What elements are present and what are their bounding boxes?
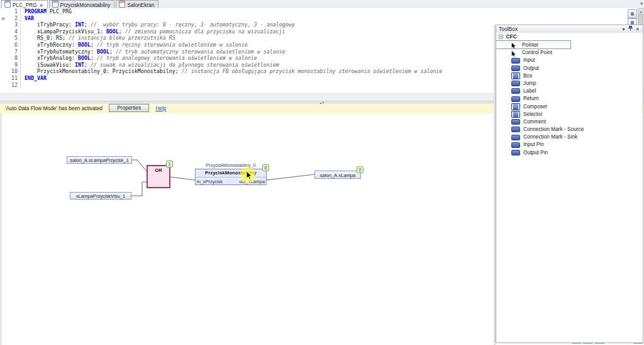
cfc-output-block[interactable]: salon_A.xLampa xyxy=(314,171,361,179)
tab-label: PLC_PRG xyxy=(13,2,37,8)
cfc-comment-icon xyxy=(511,119,520,125)
code-text: RS_0: RS; // instancja bloku przerzutnik… xyxy=(25,35,175,41)
tab-salonekran[interactable]: SalonEkran xyxy=(116,0,158,8)
cfc-connection-mark-sink-icon xyxy=(511,135,520,140)
toolbox-item-control-point[interactable]: Control Point xyxy=(496,48,643,56)
close-tab-icon[interactable]: ✕ xyxy=(40,3,43,8)
line-number: 1 xyxy=(6,8,21,15)
toolbox-item-input[interactable]: Input xyxy=(496,56,643,64)
expand-minus-icon[interactable]: − xyxy=(499,35,503,39)
toolbox-item-label: Connection Mark - Source xyxy=(523,126,584,132)
code-text: xTrybReczny: BOOL; // tryb ręczny sterow… xyxy=(25,42,248,48)
toolbox-item-label: Label xyxy=(523,88,536,94)
cfc-or-block[interactable]: OR xyxy=(147,165,170,188)
line-number: 10 xyxy=(6,68,21,75)
line-number: 8 xyxy=(6,55,21,62)
code-text: PrzyciskMonostabilny_0: PrzyciskMonostab… xyxy=(25,68,442,74)
line-number: 3 xyxy=(6,21,21,28)
cfc-control-point-icon xyxy=(511,51,519,55)
cfc-box-icon xyxy=(511,72,520,79)
document-icon xyxy=(4,1,11,8)
toolbox-item-label: Control Point xyxy=(522,49,552,55)
toolbox-item-label: Input Pin xyxy=(523,141,544,147)
tab-label: PrzyciskMonostabilny xyxy=(60,2,111,8)
scroll-up-icon[interactable]: ▲ xyxy=(638,8,643,13)
line-number: 2 xyxy=(6,15,21,22)
toolbox-item-pointer[interactable]: Pointer xyxy=(496,41,570,48)
code-text: iSuwakVisu: INT; // suwak na wizualziacj… xyxy=(25,62,279,68)
cfc-input-block-2[interactable]: xLampaPrzyciskVisu_1 xyxy=(70,192,131,200)
toolbox-item-comment[interactable]: Comment xyxy=(496,118,643,125)
code-text: iTrybPracy: INT; // wybór trybu pracy: 0… xyxy=(25,21,295,28)
toolbox-item-box[interactable]: Box xyxy=(496,72,643,79)
cfc-output-icon xyxy=(511,65,520,71)
tab-przyciskmonostabilny[interactable]: PrzyciskMonostabilny xyxy=(49,0,115,8)
toolbox-panel: ToolBox ▾ ✕ − CFC PointerControl PointIn… xyxy=(496,25,643,343)
line-number: 7 xyxy=(6,48,21,55)
mouse-cursor-icon xyxy=(246,171,253,181)
toolbox-item-jump[interactable]: Jump xyxy=(496,79,643,87)
toolbox-item-output-pin[interactable]: Output Pin xyxy=(496,149,643,156)
notification-text: 'Auto Data Flow Mode' has been activated xyxy=(5,105,103,111)
toolbox-item-return[interactable]: Return xyxy=(496,94,643,102)
toolbox-item-output[interactable]: Output xyxy=(496,64,643,72)
line-number: 4 xyxy=(6,28,21,35)
document-icon xyxy=(119,1,125,8)
toolbox-item-selector[interactable]: Selector xyxy=(496,110,643,118)
code-text: xTrybAutomatyczny: BOOL; // tryb automat… xyxy=(25,48,286,55)
toolbox-item-composer[interactable]: Composer xyxy=(496,103,643,110)
cfc-connection-lines xyxy=(1,113,398,320)
toolbox-item-label: Jump xyxy=(523,80,536,86)
execution-order-badge-or: 1 xyxy=(166,161,173,167)
line-number: 9 xyxy=(6,62,21,69)
cfc-fb-instance-label: PrzyciskMonostabilny_0 xyxy=(195,162,267,168)
toolbox-item-label: Composer xyxy=(523,103,547,110)
code-text: xTrybAnalog: BOOL; // tryb analogowy ste… xyxy=(25,55,257,61)
toolbox-item-connection-mark-sink[interactable]: Connection Mark - Sink xyxy=(496,133,643,140)
cfc-input-block-1[interactable]: salon_A.xLampaPrzycisk_1 xyxy=(67,156,132,164)
toolbox-list: PointerControl PointInputOutputBoxJumpLa… xyxy=(496,41,643,156)
toolbox-panel-title: ToolBox xyxy=(499,26,518,32)
line-number: 11 xyxy=(6,75,21,82)
cfc-connection-mark-source-icon xyxy=(511,127,520,132)
code-line: 1PROGRAM PLC_PRG xyxy=(0,8,644,15)
toolbox-item-label: Output xyxy=(523,65,539,71)
cfc-composer-icon xyxy=(511,103,520,110)
toolbox-group-cfc[interactable]: − CFC xyxy=(496,33,643,41)
toolbox-item-input-pin[interactable]: Input Pin xyxy=(496,140,643,148)
toolbox-item-label: Return xyxy=(523,95,539,101)
code-text: VAR xyxy=(25,15,34,21)
toolbox-group-label: CFC xyxy=(506,33,516,40)
toolbox-item-label: Pointer xyxy=(522,42,538,48)
cfc-pointer-icon xyxy=(511,43,519,47)
cfc-label-icon xyxy=(511,88,520,94)
toolbox-item-label[interactable]: Label xyxy=(496,87,643,94)
properties-button[interactable]: Properties xyxy=(109,104,149,112)
tab-plc-prg[interactable]: PLC_PRG✕ xyxy=(1,0,48,8)
toolbox-body: − CFC PointerControl PointInputOutputBox… xyxy=(496,33,643,343)
code-text: END_VAR xyxy=(25,75,47,81)
codesys-window: FileEditViewProjectCFCBuildOnlineDebugTo… xyxy=(0,0,644,345)
cfc-jump-icon xyxy=(511,81,520,86)
document-icon xyxy=(52,1,58,8)
editor-view-toggle-top-icon[interactable]: ▦ xyxy=(628,9,637,18)
toolbox-item-label: Output Pin xyxy=(523,149,548,156)
tab-list-dropdown-icon[interactable]: ▾ xyxy=(640,1,643,6)
cfc-selector-icon xyxy=(511,111,520,118)
tab-label: SalonEkran xyxy=(127,2,154,8)
toolbox-item-connection-mark-source[interactable]: Connection Mark - Source xyxy=(496,125,643,133)
toolbox-item-label: Box xyxy=(523,72,532,79)
line-number: 12 xyxy=(6,82,21,89)
help-link[interactable]: Help xyxy=(155,105,166,111)
cfc-output-pin-icon xyxy=(511,150,520,156)
toolbox-item-label: Comment xyxy=(523,118,546,125)
toolbox-item-label: Selector xyxy=(523,111,542,117)
editor-area: ▾ PLC_PRG✕PrzyciskMonostabilnySalonEkran… xyxy=(0,0,397,320)
toolbox-item-label: Input xyxy=(523,57,535,63)
execution-order-badge-out: 2 xyxy=(357,166,364,173)
code-text: PROGRAM PLC_PRG xyxy=(25,8,72,14)
tab-strip: ▾ PLC_PRG✕PrzyciskMonostabilnySalonEkran xyxy=(0,0,644,9)
line-number: 5 xyxy=(6,35,21,42)
cfc-fb-input-pin[interactable]: in_xPrzycisk xyxy=(197,178,223,186)
cfc-input-icon xyxy=(511,58,520,64)
